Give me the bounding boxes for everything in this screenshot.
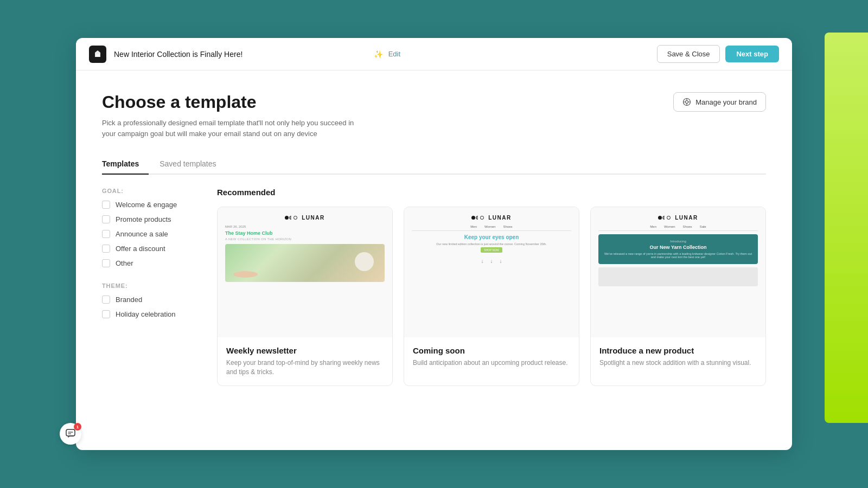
filter-announce[interactable]: Announce a sale bbox=[102, 230, 200, 238]
email-mockup-newsletter: LUNAR MAR 26, 2025 The Stay Home Club A … bbox=[218, 207, 392, 337]
nav2-women: Women bbox=[664, 225, 675, 228]
template-card-coming-soon[interactable]: LUNAR Men Women Shoes Keep your eyes ope… bbox=[404, 207, 579, 386]
save-close-button[interactable]: Save & Close bbox=[657, 45, 720, 63]
checkbox-branded[interactable] bbox=[102, 296, 110, 304]
campaign-title: New Interior Collection is Finally Here! bbox=[114, 50, 371, 59]
filter-promote[interactable]: Promote products bbox=[102, 215, 200, 223]
filter-welcome[interactable]: Welcome & engage bbox=[102, 201, 200, 209]
email-mockup-coming-soon: LUNAR Men Women Shoes Keep your eyes ope… bbox=[404, 207, 579, 337]
nav2-shoes: Shoes bbox=[683, 225, 692, 228]
checkbox-announce[interactable] bbox=[102, 230, 110, 238]
nav-shoes: Shoes bbox=[503, 225, 513, 228]
tabs: Templates Saved templates bbox=[102, 154, 766, 175]
dot2b bbox=[476, 216, 480, 220]
filters-sidebar: GOAL: Welcome & engage Promote products … bbox=[102, 188, 200, 386]
app-logo bbox=[89, 46, 106, 63]
arrow-right: ↓ bbox=[500, 258, 502, 264]
edit-link[interactable]: Edit bbox=[388, 50, 400, 58]
sparkle-icon: ✨ bbox=[374, 50, 383, 59]
arrow-left: ↓ bbox=[481, 258, 484, 264]
card-preview-new-product: LUNAR Men Women Shoes Sale bbox=[591, 207, 765, 337]
lunar-text-2: LUNAR bbox=[488, 215, 512, 221]
ep-body-coming-soon: Our new limited edition collection is ju… bbox=[412, 242, 571, 246]
settings-icon bbox=[682, 98, 691, 106]
ep-badge-container: SHOP NOW bbox=[412, 247, 571, 256]
ep-badge: SHOP NOW bbox=[481, 247, 502, 253]
ep-headline-coming-soon: Keep your eyes open bbox=[412, 234, 571, 240]
ep-headline-newsletter: The Stay Home Club bbox=[225, 230, 385, 236]
email-mockup-new-product: LUNAR Men Women Shoes Sale bbox=[591, 207, 765, 337]
dot3 bbox=[293, 216, 297, 220]
header: New Interior Collection is Finally Here!… bbox=[76, 38, 792, 70]
lunar-dots-2 bbox=[471, 216, 484, 220]
checkbox-welcome[interactable] bbox=[102, 201, 110, 209]
goal-filter-section: GOAL: Welcome & engage Promote products … bbox=[102, 188, 200, 267]
lunar-dots-3 bbox=[658, 216, 671, 220]
main-window: New Interior Collection is Finally Here!… bbox=[76, 38, 792, 450]
checkbox-discount[interactable] bbox=[102, 245, 110, 253]
page-description: Pick a professionally designed email tem… bbox=[102, 118, 362, 139]
lunar-text: LUNAR bbox=[302, 215, 325, 221]
lunar-dots bbox=[285, 216, 297, 220]
tab-saved-templates[interactable]: Saved templates bbox=[159, 154, 226, 175]
dot1b bbox=[471, 216, 475, 220]
ep-product-image bbox=[598, 267, 758, 286]
lunar-logo-2: LUNAR bbox=[471, 215, 512, 221]
nav2-sale: Sale bbox=[700, 225, 706, 228]
chat-button[interactable]: 1 bbox=[60, 423, 81, 445]
svg-rect-6 bbox=[66, 429, 75, 436]
ep-nav-2: Men Women Shoes Sale bbox=[598, 225, 758, 231]
header-actions: Save & Close Next step bbox=[657, 45, 779, 63]
filter-branded[interactable]: Branded bbox=[102, 296, 200, 304]
lunar-text-3: LUNAR bbox=[675, 215, 698, 221]
ep-intro: Introducing bbox=[603, 240, 754, 243]
lunar-logo: LUNAR bbox=[285, 215, 325, 221]
ep-date: MAR 26, 2025 bbox=[225, 225, 385, 228]
checkbox-promote[interactable] bbox=[102, 215, 110, 223]
filter-other-label: Other bbox=[116, 259, 133, 267]
card-desc-new-product: Spotlight a new stock addition with a st… bbox=[599, 358, 757, 368]
page-title: Choose a template bbox=[102, 92, 362, 112]
template-card-newsletter[interactable]: LUNAR MAR 26, 2025 The Stay Home Club A … bbox=[217, 207, 393, 386]
dot3b bbox=[480, 216, 484, 220]
card-title-new-product: Introduce a new product bbox=[599, 346, 757, 355]
template-card-new-product[interactable]: LUNAR Men Women Shoes Sale bbox=[590, 207, 766, 386]
dot3c bbox=[667, 216, 671, 220]
main-content: Choose a template Pick a professionally … bbox=[76, 70, 792, 450]
filter-announce-label: Announce a sale bbox=[116, 230, 168, 238]
theme-filter-section: THEME: Branded Holiday celebration bbox=[102, 282, 200, 318]
lunar-logo-3: LUNAR bbox=[658, 215, 698, 221]
filter-discount[interactable]: Offer a discount bbox=[102, 245, 200, 253]
checkbox-holiday[interactable] bbox=[102, 310, 110, 318]
bowl-shape bbox=[355, 252, 374, 271]
dot2c bbox=[662, 216, 666, 220]
templates-grid-area: Recommended bbox=[217, 188, 766, 386]
chat-icon bbox=[65, 428, 76, 439]
plate-shape bbox=[233, 271, 258, 278]
ep-product-title: Our New Yarn Collection bbox=[603, 245, 754, 250]
page-heading: Choose a template Pick a professionally … bbox=[102, 92, 362, 139]
next-step-button[interactable]: Next step bbox=[725, 46, 779, 62]
manage-brand-button[interactable]: Manage your brand bbox=[673, 92, 766, 112]
templates-layout: GOAL: Welcome & engage Promote products … bbox=[102, 188, 766, 386]
arrow-mid: ↓ bbox=[490, 258, 493, 264]
svg-point-1 bbox=[686, 101, 688, 104]
dot1 bbox=[285, 216, 289, 220]
dot2 bbox=[289, 216, 293, 220]
nav-men: Men bbox=[470, 225, 477, 228]
ep-image-newsletter bbox=[225, 244, 385, 282]
card-preview-coming-soon: LUNAR Men Women Shoes Keep your eyes ope… bbox=[404, 207, 579, 337]
ep-nav: Men Women Shoes bbox=[412, 225, 571, 231]
ep-logo: LUNAR bbox=[225, 215, 385, 221]
tab-templates[interactable]: Templates bbox=[102, 154, 149, 175]
card-preview-newsletter: LUNAR MAR 26, 2025 The Stay Home Club A … bbox=[218, 207, 392, 337]
filter-discount-label: Offer a discount bbox=[116, 245, 165, 253]
filter-promote-label: Promote products bbox=[116, 215, 171, 223]
nav-women: Women bbox=[484, 225, 496, 228]
recommended-label: Recommended bbox=[217, 188, 766, 197]
filter-holiday[interactable]: Holiday celebration bbox=[102, 310, 200, 318]
ep-subline: A NEW COLLECTION ON THE HORIZON bbox=[225, 237, 385, 241]
checkbox-other[interactable] bbox=[102, 259, 110, 267]
card-title-coming-soon: Coming soon bbox=[413, 346, 570, 355]
filter-other[interactable]: Other bbox=[102, 259, 200, 267]
